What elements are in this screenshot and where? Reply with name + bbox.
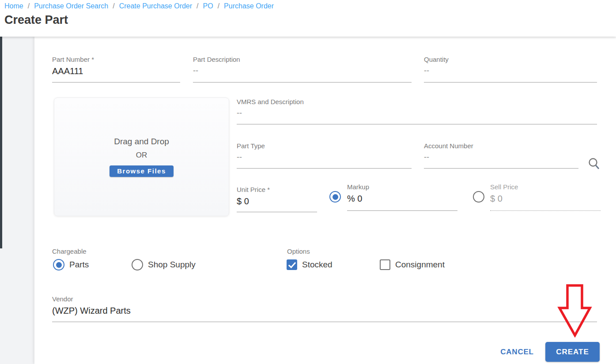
breadcrumb: Home / Purchase Order Search / Create Pu… xyxy=(4,1,274,11)
shop-supply-radio[interactable] xyxy=(132,259,143,270)
vendor-underline xyxy=(52,322,597,322)
sell-price-label: Sell Price xyxy=(490,183,601,191)
unit-price-value[interactable]: $ 0 xyxy=(237,196,317,206)
vendor-field[interactable]: Vendor (WZP) Wizard Parts xyxy=(52,295,597,316)
file-dropzone[interactable]: Drag and Drop OR Browse Files xyxy=(54,98,229,216)
page-header: Home / Purchase Order Search / Create Pu… xyxy=(0,0,616,37)
part-type-underline xyxy=(237,168,412,169)
part-type-field[interactable]: Part Type -- xyxy=(237,142,412,162)
account-number-underline xyxy=(424,168,578,169)
unit-price-field[interactable]: Unit Price * $ 0 xyxy=(237,186,317,206)
part-description-value[interactable]: -- xyxy=(193,66,412,75)
sell-price-field: Sell Price $ 0 xyxy=(490,183,601,204)
breadcrumb-separator: / xyxy=(113,2,114,10)
part-type-label: Part Type xyxy=(237,142,412,150)
sidebar-edge xyxy=(0,37,2,248)
account-number-label: Account Number xyxy=(424,142,578,150)
breadcrumb-home[interactable]: Home xyxy=(4,2,23,10)
breadcrumb-create-purchase-order[interactable]: Create Purchase Order xyxy=(119,2,192,10)
left-rail xyxy=(0,37,34,364)
dropzone-drag-text: Drag and Drop xyxy=(114,137,169,146)
sell-price-value: $ 0 xyxy=(490,194,601,204)
unit-price-underline xyxy=(237,212,317,212)
breadcrumb-separator: / xyxy=(28,2,30,10)
vendor-value[interactable]: (WZP) Wizard Parts xyxy=(52,306,597,316)
search-icon[interactable] xyxy=(587,157,601,171)
vmrs-value[interactable]: -- xyxy=(237,109,597,118)
quantity-field[interactable]: Quantity -- xyxy=(424,56,597,75)
shop-supply-radio-label: Shop Supply xyxy=(148,260,196,270)
vmrs-underline xyxy=(237,124,597,124)
account-number-value[interactable]: -- xyxy=(424,153,578,162)
chargeable-shop-supply-option[interactable]: Shop Supply xyxy=(132,259,196,270)
unit-price-label: Unit Price * xyxy=(237,186,317,193)
create-button[interactable]: CREATE xyxy=(545,342,600,362)
breadcrumb-purchase-order-search[interactable]: Purchase Order Search xyxy=(34,2,108,10)
vendor-label: Vendor xyxy=(52,295,597,303)
quantity-underline xyxy=(424,82,597,83)
consignment-checkbox[interactable] xyxy=(380,259,390,270)
markup-radio[interactable] xyxy=(329,191,341,203)
part-description-underline xyxy=(193,82,412,83)
cancel-button[interactable]: CANCEL xyxy=(494,344,540,360)
chargeable-group-label: Chargeable xyxy=(52,248,87,255)
quantity-label: Quantity xyxy=(424,56,597,63)
markup-label: Markup xyxy=(347,183,457,191)
stocked-option[interactable]: Stocked xyxy=(287,259,333,270)
markup-field[interactable]: Markup % 0 xyxy=(347,183,457,204)
part-description-label: Part Description xyxy=(193,56,412,63)
part-number-label: Part Number * xyxy=(52,56,180,63)
breadcrumb-separator: / xyxy=(218,2,219,10)
account-number-field[interactable]: Account Number -- xyxy=(424,142,578,162)
consignment-option[interactable]: Consignment xyxy=(380,259,445,270)
stocked-checkbox[interactable] xyxy=(287,259,297,270)
part-number-field[interactable]: Part Number * AAA111 xyxy=(52,56,180,76)
stocked-checkbox-label: Stocked xyxy=(302,260,333,270)
parts-radio-label: Parts xyxy=(69,260,89,270)
page-title: Create Part xyxy=(4,13,68,27)
breadcrumb-separator: / xyxy=(197,2,198,10)
breadcrumb-purchase-order[interactable]: Purchase Order xyxy=(224,2,274,10)
quantity-value[interactable]: -- xyxy=(424,66,597,75)
sell-price-underline xyxy=(490,210,601,211)
consignment-checkbox-label: Consignment xyxy=(395,260,445,270)
vmrs-label: VMRS and Description xyxy=(237,98,597,105)
dropzone-or-text: OR xyxy=(136,151,147,160)
chargeable-parts-option[interactable]: Parts xyxy=(53,259,89,270)
markup-value[interactable]: % 0 xyxy=(347,194,457,204)
vmrs-field[interactable]: VMRS and Description -- xyxy=(237,98,597,118)
parts-radio[interactable] xyxy=(53,259,64,270)
part-number-value[interactable]: AAA111 xyxy=(52,66,180,76)
markup-underline xyxy=(347,210,457,211)
options-group-label: Options xyxy=(287,248,310,255)
part-number-underline xyxy=(52,82,180,83)
breadcrumb-po[interactable]: PO xyxy=(203,2,213,10)
sell-price-radio[interactable] xyxy=(473,191,484,203)
part-description-field[interactable]: Part Description -- xyxy=(193,56,412,75)
create-part-page: Home / Purchase Order Search / Create Pu… xyxy=(0,0,616,364)
browse-files-button[interactable]: Browse Files xyxy=(110,165,174,177)
part-type-value[interactable]: -- xyxy=(237,153,412,162)
